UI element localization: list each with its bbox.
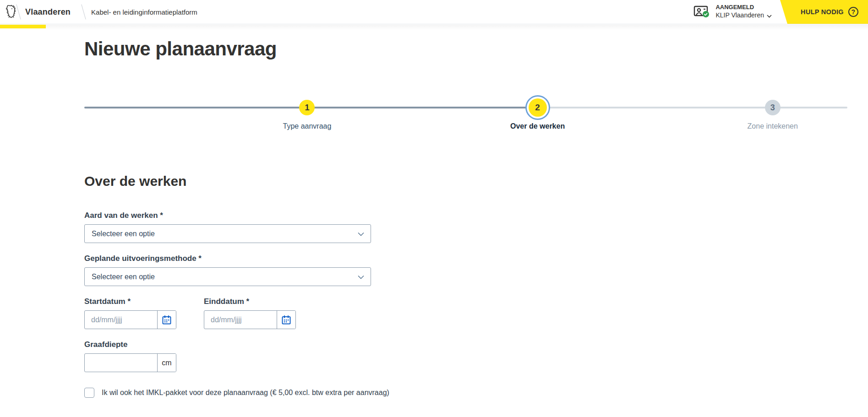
chevron-down-icon [358,230,364,238]
user-menu[interactable]: AANGEMELD KLIP Vlaanderen [693,0,780,24]
aard-select[interactable]: Selecteer een optie [84,224,371,243]
main-content: Nieuwe planaanvraag 1 2 3 Type aanvraag … [0,24,868,398]
brand-name[interactable]: Vlaanderen [21,7,75,17]
graafdiepte-input[interactable] [85,354,157,372]
aard-label: Aard van de werken * [84,211,847,220]
app-name: Kabel- en leidinginformatieplatform [86,8,197,16]
top-header: Vlaanderen Kabel- en leidinginformatiepl… [0,0,868,24]
werken-form: Aard van de werken * Selecteer een optie… [84,211,847,398]
login-status: AANGEMELD [715,4,772,11]
methode-select-value: Selecteer een optie [92,273,155,281]
imkl-checkbox-label[interactable]: Ik wil ook het IMKL-pakket voor deze pla… [102,389,389,397]
vlaanderen-logo[interactable]: Vlaanderen [0,0,82,24]
logged-in-user-icon [693,5,711,19]
step-1-label[interactable]: Type aanvraag [283,122,332,130]
step-2-circle[interactable]: 2 [529,98,547,117]
wizard-stepper: 1 2 3 Type aanvraag Over de werken Zone … [84,79,847,134]
step-3-circle: 3 [765,100,781,115]
brand-accent-bar [0,25,46,28]
imkl-checkbox[interactable] [84,388,94,398]
einddatum-calendar-button[interactable] [277,311,295,329]
calendar-icon [281,315,291,325]
step-2-label: Over de werken [510,122,565,130]
section-title: Over de werken [84,173,847,189]
user-name: KLIP Vlaanderen [715,11,764,20]
einddatum-input[interactable] [204,311,277,329]
einddatum-label: Einddatum * [204,297,296,306]
step-3-label: Zone intekenen [748,122,798,130]
page-title: Nieuwe planaanvraag [84,38,847,60]
flemish-lion-icon [5,4,16,21]
chevron-down-icon [767,11,772,20]
startdatum-calendar-button[interactable] [157,311,176,329]
help-button[interactable]: HULP NODIG ? [780,0,868,24]
graafdiepte-label: Graafdiepte [84,340,847,349]
startdatum-input[interactable] [85,311,157,329]
step-1-circle[interactable]: 1 [299,100,315,115]
methode-label: Geplande uitvoeringsmethode * [84,254,847,263]
stepper-line-upcoming [538,107,847,108]
methode-select[interactable]: Selecteer een optie [84,267,371,286]
startdatum-label: Startdatum * [84,297,176,306]
help-button-label: HULP NODIG [801,8,844,16]
aard-select-value: Selecteer een optie [92,230,155,238]
question-mark-icon: ? [848,7,858,17]
graafdiepte-unit: cm [157,354,176,372]
chevron-down-icon [358,273,364,281]
calendar-icon [162,315,172,325]
